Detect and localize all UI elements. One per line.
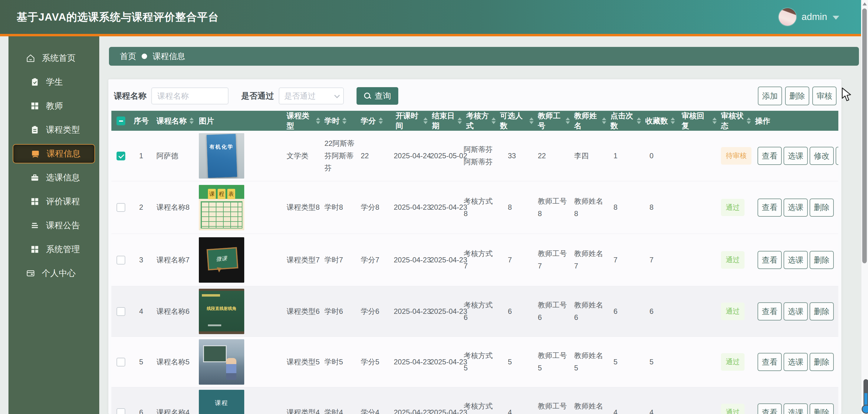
cell-end: 2025-04-23 — [428, 407, 462, 414]
sidebar: 系统首页学生教师课程类型课程信息选课信息评价课程课程公告系统管理个人中心 — [8, 36, 99, 414]
sort-arrows-icon[interactable] — [602, 118, 606, 124]
column-label: 审核状态 — [721, 111, 744, 131]
row-checkbox[interactable] — [117, 203, 125, 212]
delete-button[interactable]: 删除 — [836, 147, 838, 165]
sidebar-item-label: 课程类型 — [46, 124, 80, 135]
cell-status: 通过 — [717, 353, 751, 371]
sort-arrows-icon[interactable] — [458, 118, 462, 124]
sidebar-item-系统首页[interactable]: 系统首页 — [13, 49, 95, 68]
sidebar-item-选课信息[interactable]: 选课信息 — [13, 168, 95, 187]
sidebar-item-教师[interactable]: 教师 — [13, 96, 95, 116]
select-course-button[interactable]: 选课 — [783, 198, 808, 217]
row-checkbox[interactable] — [117, 358, 125, 367]
view-button[interactable]: 查看 — [757, 302, 782, 320]
column-header-hours[interactable]: 学时 — [320, 116, 356, 126]
cell-credit: 学分7 — [356, 254, 391, 266]
column-header-credit[interactable]: 学分 — [356, 116, 391, 126]
cell-type: 课程类型4 — [282, 407, 320, 414]
view-button[interactable]: 查看 — [757, 353, 782, 371]
edit-button[interactable]: 修改 — [810, 147, 834, 165]
sidebar-item-学生[interactable]: 学生 — [13, 72, 95, 92]
row-checkbox[interactable] — [117, 408, 125, 414]
sort-arrows-icon[interactable] — [379, 118, 383, 124]
view-button[interactable]: 查看 — [757, 251, 782, 269]
search-button[interactable]: 查询 — [356, 87, 398, 105]
row-checkbox[interactable] — [117, 152, 125, 160]
sidebar-item-课程类型[interactable]: 课程类型 — [13, 120, 95, 139]
cell-status: 通过 — [717, 199, 751, 216]
sidebar-item-系统管理[interactable]: 系统管理 — [13, 240, 95, 259]
pass-select[interactable]: 是否通过 — [279, 88, 344, 104]
sort-arrows-icon[interactable] — [342, 118, 346, 124]
table-row: 5课程名称5课程类型5学时5学分52025-04-232025-04-23考核方… — [112, 337, 838, 387]
select-course-button[interactable]: 选课 — [783, 251, 808, 269]
select-course-button[interactable]: 选课 — [783, 404, 808, 414]
clipboard-check-icon — [30, 77, 39, 87]
column-header-status[interactable]: 审核状态 — [717, 111, 751, 131]
column-header-teacher_id[interactable]: 教师工号 — [534, 111, 570, 131]
view-button[interactable]: 查看 — [757, 147, 782, 165]
sidebar-item-个人中心[interactable]: 个人中心 — [13, 263, 95, 283]
sort-arrows-icon[interactable] — [566, 118, 570, 124]
delete-button[interactable]: 删除 — [810, 198, 834, 217]
sort-arrows-icon[interactable] — [492, 118, 496, 124]
sort-arrows-icon[interactable] — [316, 118, 320, 124]
delete-button[interactable]: 删除 — [785, 87, 809, 105]
app-header: 基于JAVA的选课系统与课程评价整合平台 admin — [0, 0, 868, 34]
app-window: 基于JAVA的选课系统与课程评价整合平台 admin 系统首页学生教师课程类型课… — [0, 0, 868, 414]
delete-button[interactable]: 删除 — [810, 302, 834, 320]
column-header-name[interactable]: 课程名称 — [152, 116, 195, 126]
sort-arrows-icon[interactable] — [712, 118, 717, 124]
scrollbar[interactable] — [861, 0, 868, 414]
sort-arrows-icon[interactable] — [529, 118, 534, 124]
sort-arrows-icon[interactable] — [424, 118, 428, 124]
column-header-start[interactable]: 开课时间 — [391, 111, 428, 131]
avatar[interactable] — [779, 8, 796, 26]
column-label: 教师姓名 — [574, 111, 599, 131]
sidebar-item-课程信息[interactable]: 课程信息 — [13, 144, 95, 163]
column-header-capacity[interactable]: 可选人数 — [496, 111, 534, 131]
cell-teacher_name: 教师姓名5 — [570, 350, 606, 374]
sidebar-item-课程公告[interactable]: 课程公告 — [13, 216, 95, 235]
sort-arrows-icon[interactable] — [637, 118, 641, 124]
column-header-clicks[interactable]: 点击次数 — [606, 111, 641, 131]
view-button[interactable]: 查看 — [757, 404, 782, 414]
sort-arrows-icon[interactable] — [671, 118, 675, 124]
select-all-checkbox[interactable] — [117, 117, 125, 125]
cell-start: 2025-04-23 — [391, 407, 428, 414]
review-button[interactable]: 审核 — [812, 87, 837, 105]
column-header-reply[interactable]: 审核回复 — [677, 111, 717, 131]
column-header-end[interactable]: 结束日期 — [428, 111, 462, 131]
course-name-input[interactable] — [151, 88, 228, 104]
scrollbar-thumb[interactable] — [862, 8, 867, 263]
sidebar-item-评价课程[interactable]: 评价课程 — [13, 192, 95, 211]
row-checkbox[interactable] — [117, 256, 125, 264]
cell-name: 课程名称7 — [152, 254, 195, 266]
user-menu[interactable]: admin — [779, 8, 839, 26]
column-header-favorites[interactable]: 收藏数 — [641, 116, 677, 126]
sort-arrows-icon[interactable] — [747, 118, 751, 124]
breadcrumb-home[interactable]: 首页 — [120, 51, 136, 62]
course-image: 微课 — [199, 237, 244, 283]
scroll-up-arrow-icon[interactable] — [863, 2, 867, 5]
cell-capacity: 5 — [496, 356, 534, 368]
cell-teacher_name: 教师姓名7 — [570, 248, 606, 273]
pass-select-placeholder: 是否通过 — [284, 91, 316, 101]
select-course-button[interactable]: 选课 — [783, 302, 808, 320]
add-button[interactable]: 添加 — [758, 87, 782, 105]
view-button[interactable]: 查看 — [757, 198, 782, 217]
cell-favorites: 4 — [641, 407, 677, 414]
select-course-button[interactable]: 选课 — [783, 353, 808, 371]
delete-button[interactable]: 删除 — [810, 404, 834, 414]
course-image: 课程 — [199, 390, 244, 414]
delete-button[interactable]: 删除 — [810, 353, 834, 371]
delete-button[interactable]: 删除 — [810, 251, 834, 269]
cell-method: 阿斯蒂芬阿斯蒂芬 — [462, 144, 496, 168]
column-header-type[interactable]: 课程类型 — [282, 111, 320, 131]
sort-arrows-icon[interactable] — [189, 118, 194, 124]
row-checkbox[interactable] — [117, 307, 125, 316]
column-header-teacher_name[interactable]: 教师姓名 — [570, 111, 606, 131]
cell-favorites: 7 — [641, 254, 677, 266]
column-header-method[interactable]: 考核方式 — [462, 111, 496, 131]
select-course-button[interactable]: 选课 — [783, 147, 808, 165]
